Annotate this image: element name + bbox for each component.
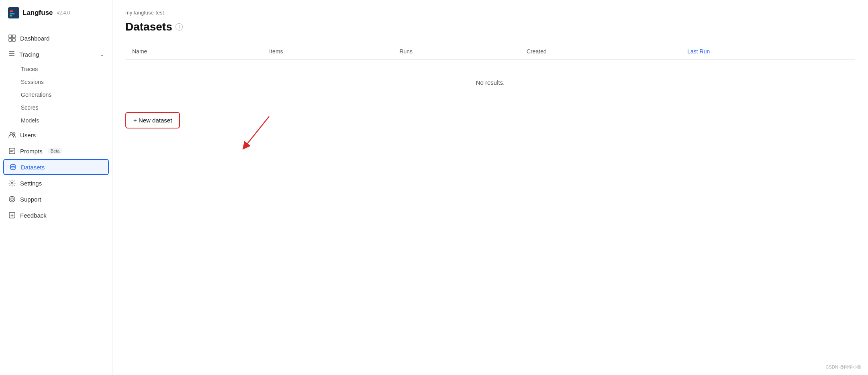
col-header-runs: Runs bbox=[393, 43, 520, 60]
sidebar-item-traces[interactable]: Traces bbox=[0, 63, 112, 75]
page-title: Datasets i bbox=[125, 20, 855, 33]
col-header-name: Name bbox=[126, 43, 263, 60]
svg-point-15 bbox=[11, 182, 13, 184]
sidebar-item-tracing[interactable]: Tracing ⌄ bbox=[0, 46, 112, 63]
sidebar-item-datasets[interactable]: Datasets bbox=[3, 159, 109, 175]
svg-rect-5 bbox=[12, 35, 15, 38]
dashboard-label: Dashboard bbox=[20, 35, 49, 42]
new-dataset-button[interactable]: + New dataset bbox=[125, 112, 180, 128]
col-header-last-run: Last Run bbox=[681, 43, 855, 60]
svg-rect-13 bbox=[9, 148, 15, 154]
feedback-label: Feedback bbox=[20, 212, 47, 219]
col-header-created: Created bbox=[520, 43, 681, 60]
grid-icon bbox=[8, 34, 16, 42]
breadcrumb: my-langfuse-test bbox=[125, 10, 855, 16]
nav-menu: Dashboard Tracing ⌄ Traces Sessions Gene… bbox=[0, 26, 112, 375]
sidebar: Langfuse v2.4.0 Dashboard Tracing ⌄ Trac… bbox=[0, 0, 112, 375]
page-content: my-langfuse-test Datasets i Name Items R… bbox=[112, 0, 868, 375]
list-icon bbox=[8, 50, 15, 59]
main-content-area: my-langfuse-test Datasets i Name Items R… bbox=[112, 0, 868, 375]
no-results-text: No results. bbox=[126, 60, 855, 106]
sidebar-item-users[interactable]: Users bbox=[0, 127, 112, 143]
users-label: Users bbox=[20, 132, 36, 139]
svg-rect-10 bbox=[9, 55, 14, 56]
svg-rect-6 bbox=[9, 39, 12, 41]
sidebar-item-prompts[interactable]: Prompts Beta bbox=[0, 143, 112, 159]
sidebar-item-generations[interactable]: Generations bbox=[0, 88, 112, 101]
support-icon bbox=[8, 195, 16, 203]
col-header-items: Items bbox=[263, 43, 393, 60]
sidebar-item-support[interactable]: Support bbox=[0, 191, 112, 207]
traces-label: Traces bbox=[21, 66, 38, 72]
langfuse-logo-icon bbox=[8, 7, 19, 18]
no-results-row: No results. bbox=[126, 60, 855, 106]
generations-label: Generations bbox=[21, 92, 51, 98]
chevron-down-icon: ⌄ bbox=[100, 52, 104, 57]
scores-label: Scores bbox=[21, 104, 39, 111]
app-name: Langfuse bbox=[22, 9, 53, 17]
watermark: CSDN @同学小张 bbox=[826, 364, 862, 370]
models-label: Models bbox=[21, 117, 39, 124]
sessions-label: Sessions bbox=[21, 79, 44, 85]
svg-rect-1 bbox=[10, 10, 13, 12]
svg-rect-8 bbox=[9, 51, 14, 52]
svg-rect-4 bbox=[9, 35, 12, 38]
svg-point-17 bbox=[11, 198, 13, 200]
svg-rect-2 bbox=[10, 13, 14, 14]
sidebar-item-sessions[interactable]: Sessions bbox=[0, 75, 112, 88]
users-icon bbox=[8, 131, 16, 139]
tracing-label: Tracing bbox=[19, 51, 39, 58]
svg-point-14 bbox=[10, 165, 15, 167]
sidebar-item-feedback[interactable]: Feedback bbox=[0, 207, 112, 223]
logo-area: Langfuse v2.4.0 bbox=[0, 0, 112, 26]
svg-rect-7 bbox=[12, 39, 15, 41]
datasets-label: Datasets bbox=[21, 164, 45, 171]
svg-rect-3 bbox=[10, 15, 12, 16]
database-icon bbox=[9, 163, 17, 171]
sidebar-item-dashboard[interactable]: Dashboard bbox=[0, 30, 112, 46]
app-version: v2.4.0 bbox=[57, 10, 70, 16]
beta-badge: Beta bbox=[48, 148, 62, 154]
plus-square-icon bbox=[8, 211, 16, 219]
gear-icon bbox=[8, 179, 16, 187]
info-icon[interactable]: i bbox=[176, 23, 183, 31]
svg-point-16 bbox=[9, 196, 15, 202]
svg-rect-9 bbox=[9, 53, 14, 54]
arrow-annotation bbox=[237, 116, 285, 157]
datasets-table: Name Items Runs Created Last Run No resu… bbox=[125, 43, 855, 106]
support-label: Support bbox=[20, 196, 41, 203]
sidebar-item-scores[interactable]: Scores bbox=[0, 101, 112, 114]
svg-line-19 bbox=[245, 116, 269, 147]
sidebar-item-models[interactable]: Models bbox=[0, 114, 112, 127]
edit-icon bbox=[8, 147, 16, 155]
svg-point-12 bbox=[13, 133, 15, 135]
svg-point-11 bbox=[10, 132, 12, 135]
prompts-label: Prompts bbox=[20, 148, 43, 155]
sidebar-item-settings[interactable]: Settings bbox=[0, 175, 112, 191]
settings-label: Settings bbox=[20, 180, 42, 187]
